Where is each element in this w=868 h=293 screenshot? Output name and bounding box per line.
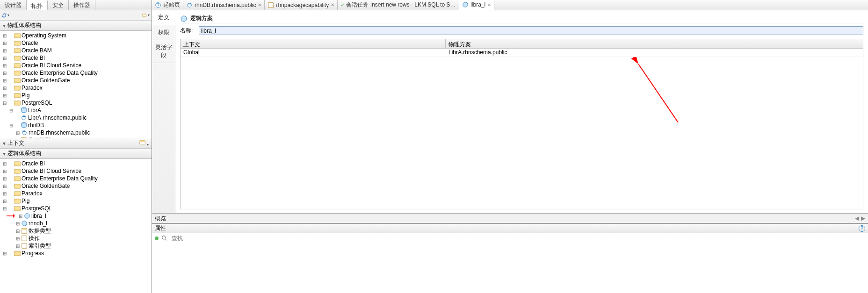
panel-context-header[interactable]: ▾ 上下文 — [0, 138, 152, 149]
tree-node-idx-l[interactable]: ⊞索引类型 — [2, 242, 152, 250]
svg-rect-36 — [14, 251, 21, 256]
physical-tree: ⊞Operating System ⊞Oracle ⊞Oracle BAM ⊞O… — [0, 31, 152, 138]
close-icon[interactable]: ✕ — [258, 2, 261, 7]
panel-physical-header[interactable]: ▾ 物理体系结构 — [0, 21, 152, 31]
form-area: 逻辑方案 名称: 上下文 物理方案 Global LibrA.rhnschema… — [175, 10, 868, 213]
svg-rect-26 — [14, 192, 21, 196]
toolbar-menu-icon[interactable] — [142, 12, 150, 19]
name-label: 名称: — [180, 27, 195, 35]
svg-rect-35 — [22, 243, 27, 249]
svg-point-32 — [22, 221, 27, 226]
svg-rect-40 — [188, 3, 190, 4]
svg-rect-28 — [14, 207, 21, 211]
tree-node[interactable]: ⊞Operating System — [2, 32, 152, 39]
editor-tab-strip: ?起始页 rhnDB.rhnschema.public✕ rhnpackagec… — [152, 0, 868, 10]
close-icon[interactable]: ✕ — [331, 2, 334, 7]
tree-node[interactable]: ⊞Paradox — [2, 84, 152, 92]
form-tab-definition[interactable]: 定义 — [152, 10, 175, 25]
name-input[interactable] — [199, 26, 863, 35]
properties-search-input[interactable] — [171, 235, 865, 242]
panel-logical-title: 逻辑体系结构 — [7, 150, 41, 157]
section-header: 逻辑方案 — [180, 14, 863, 23]
help-icon[interactable]: ? — [859, 225, 865, 232]
scroll-right-icon[interactable]: ▶ — [861, 215, 865, 222]
tree-node[interactable]: ⊞Oracle BI — [2, 160, 152, 167]
tree-node-ops-l[interactable]: ⊞操作 — [2, 235, 152, 242]
svg-rect-14 — [22, 116, 25, 117]
svg-rect-1 — [143, 14, 146, 14]
tree-node[interactable]: ⊞Pig — [2, 92, 152, 99]
tree-node[interactable]: ⊞Oracle BAM — [2, 47, 152, 54]
svg-text:?: ? — [157, 2, 159, 7]
tab-operator[interactable]: 操作器 — [69, 0, 95, 10]
tree-node[interactable]: ⊞Oracle BI Cloud Service — [2, 167, 152, 175]
properties-panel: 属性 ? — [152, 223, 868, 293]
form-tab-flex[interactable]: 灵活字段 — [152, 40, 175, 63]
svg-rect-9 — [14, 86, 21, 90]
svg-rect-23 — [14, 169, 21, 173]
tree-node-libra[interactable]: ⊟LibrA — [2, 107, 152, 114]
form-tab-permissions[interactable]: 权限 — [152, 25, 175, 40]
svg-point-45 — [162, 236, 166, 239]
svg-rect-8 — [14, 79, 21, 83]
tab-security[interactable]: 安全 — [48, 0, 69, 10]
tree-node-rhndb-schema[interactable]: ⊞rhnDB.rhnschema.public — [2, 129, 152, 136]
tree-node-libra-l[interactable]: ⊞libra_l — [2, 212, 152, 220]
search-icon — [161, 235, 168, 242]
tab-session-task[interactable]: 会话任务 Insert new rows - LKM SQL to SQL (B… — [338, 0, 459, 10]
collapse-icon: ▾ — [3, 140, 7, 147]
svg-rect-22 — [14, 162, 21, 166]
svg-rect-21 — [140, 141, 145, 142]
tree-node-postgresql-l[interactable]: ⊟PostgreSQL — [2, 205, 152, 212]
overview-strip[interactable]: 概览 ◀ ▶ — [152, 213, 868, 223]
svg-marker-30 — [13, 214, 15, 218]
form-tab-strip: 定义 权限 灵活字段 — [152, 10, 175, 213]
left-tool-strip — [0, 10, 152, 21]
tree-node[interactable]: ⊞Pig — [2, 197, 152, 205]
tree-node-rhndb-l[interactable]: ⊞rhndb_l — [2, 220, 152, 227]
logical-tree: ⊞Oracle BI ⊞Oracle BI Cloud Service ⊞Ora… — [0, 159, 152, 258]
tab-libra-l[interactable]: libra_l✕ — [459, 0, 494, 10]
grid-col-physical-schema[interactable]: 物理方案 — [446, 39, 863, 48]
tree-node[interactable]: ⊞Oracle BI — [2, 54, 152, 62]
grid-cell-context: Global — [181, 49, 446, 57]
svg-rect-2 — [14, 34, 21, 38]
logical-schema-icon — [180, 15, 188, 22]
tab-start-page[interactable]: ?起始页 — [152, 0, 183, 10]
svg-rect-27 — [14, 199, 21, 203]
tree-node-postgresql[interactable]: ⊟PostgreSQL — [2, 99, 152, 107]
status-dot-icon — [155, 236, 159, 240]
tree-node-datatypes-l[interactable]: ⊞数据类型 — [2, 227, 152, 235]
scroll-left-icon[interactable]: ◀ — [855, 215, 859, 222]
tree-node[interactable]: ⊞Paradox — [2, 190, 152, 197]
tab-rhndb-schema[interactable]: rhnDB.rhnschema.public✕ — [183, 0, 265, 10]
tree-node-rhndb[interactable]: ⊟rhnDB — [2, 121, 152, 129]
svg-rect-11 — [14, 101, 21, 105]
table-row[interactable]: Global LibrA.rhnschema.public — [181, 49, 863, 57]
close-icon[interactable]: ✕ — [487, 2, 491, 7]
tree-node[interactable]: ⊞Oracle BI Cloud Service — [2, 62, 152, 69]
tree-node[interactable]: ⊞Oracle Enterprise Data Quality — [2, 175, 152, 182]
tab-designer[interactable]: 设计器 — [0, 0, 27, 10]
properties-title: 属性 — [155, 224, 166, 232]
tree-node[interactable]: ⊞Oracle Enterprise Data Quality — [2, 69, 152, 77]
panel-logical-header[interactable]: ▾ 逻辑体系结构 — [0, 149, 152, 159]
tree-node[interactable]: ⊞Oracle GoldenGate — [2, 77, 152, 84]
grid-col-context[interactable]: 上下文 — [181, 39, 446, 48]
tree-node[interactable]: ⊞Oracle — [2, 39, 152, 47]
svg-rect-3 — [14, 41, 21, 45]
grid-cell-physical-schema: LibrA.rhnschema.public — [446, 49, 863, 57]
tab-topology[interactable]: 拓扑 — [27, 0, 48, 10]
svg-rect-5 — [14, 56, 21, 60]
svg-rect-7 — [14, 71, 21, 75]
tree-node[interactable]: ⊞Oracle GoldenGate — [2, 182, 152, 190]
context-toolbar-icon[interactable] — [139, 139, 149, 147]
panel-context-title: 上下文 — [7, 139, 24, 147]
tab-rhnpackagecapability[interactable]: rhnpackagecapability✕ — [265, 0, 338, 10]
svg-point-43 — [181, 16, 187, 21]
svg-point-31 — [25, 214, 30, 219]
collapse-icon: ▾ — [3, 150, 7, 157]
tree-node-libra-schema[interactable]: LibrA.rhnschema.public — [2, 114, 152, 121]
tree-node[interactable]: ⊞Progress — [2, 250, 152, 257]
refresh-icon[interactable] — [2, 12, 9, 19]
